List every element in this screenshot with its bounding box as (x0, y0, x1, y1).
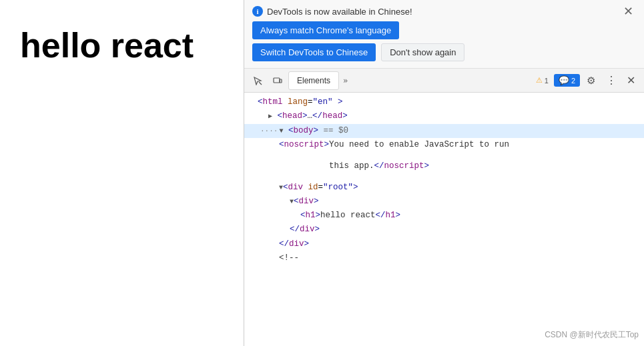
dom-div-inner-line: ▼<div> (244, 195, 644, 209)
chat-badge[interactable]: 💬 2 (554, 74, 580, 87)
banner-buttons: Always match Chrome's language (252, 21, 636, 39)
dom-noscript-line: <noscript>You need to enable JavaScript … (244, 138, 644, 152)
dom-noscript-end-line: this app.</noscript> (244, 152, 644, 181)
svg-rect-2 (280, 79, 282, 83)
info-icon: i (252, 6, 263, 17)
banner-close-button[interactable]: ✕ (621, 5, 636, 17)
lang-banner: i DevTools is now available in Chinese! … (244, 0, 644, 69)
dom-div-root-line: ▼<div id="root"> (244, 181, 644, 195)
device-icon-button[interactable] (268, 71, 287, 90)
dom-body-line: ···· ▼ <body> == $0 (244, 124, 644, 138)
gear-icon: ⚙ (587, 75, 595, 87)
device-icon (273, 76, 282, 85)
more-button[interactable]: ⋮ (601, 71, 620, 90)
settings-button[interactable]: ⚙ (581, 71, 600, 90)
tab-elements[interactable]: Elements (288, 71, 339, 90)
dom-html-line: <html lang="en" > (244, 95, 644, 109)
dont-show-again-button[interactable]: Don't show again (381, 43, 464, 61)
close-icon: ✕ (627, 74, 635, 87)
page-heading: hello react (20, 27, 194, 65)
dom-comment-line: <!-- (244, 251, 644, 265)
close-devtools-button[interactable]: ✕ (621, 71, 640, 90)
chat-count: 2 (571, 77, 575, 85)
more-tabs-chevron[interactable]: » (340, 76, 350, 85)
dom-h1-line: <h1>hello react</h1> (244, 209, 644, 223)
devtools-toolbar: Elements » ⚠ 1 💬 2 ⚙ ⋮ ✕ (244, 69, 644, 93)
dom-head-line: ▶ <head>…</head> (244, 109, 644, 123)
switch-devtools-button[interactable]: Switch DevTools to Chinese (252, 43, 376, 61)
banner-buttons-row2: Switch DevTools to Chinese Don't show ag… (252, 43, 636, 61)
svg-line-0 (259, 82, 262, 85)
banner-title-row: i DevTools is now available in Chinese! … (252, 5, 636, 17)
chat-icon: 💬 (559, 75, 569, 85)
warning-icon: ⚠ (536, 76, 543, 85)
dots-icon: ⋮ (606, 74, 616, 87)
cursor-icon (253, 76, 262, 85)
dom-content: <html lang="en" > ▶ <head>…</head> ···· … (244, 93, 644, 346)
svg-rect-1 (274, 78, 280, 83)
page-area: hello react (0, 0, 244, 346)
warning-badge[interactable]: ⚠ 1 (532, 75, 553, 86)
watermark: CSDN @新时代农民工Top (545, 329, 639, 341)
cursor-icon-button[interactable] (248, 71, 267, 90)
warning-count: 1 (545, 77, 549, 85)
always-match-button[interactable]: Always match Chrome's language (252, 21, 399, 39)
dom-div-close-root: </div> (244, 237, 644, 251)
banner-title-text: DevTools is now available in Chinese! (267, 7, 412, 17)
devtools-panel: i DevTools is now available in Chinese! … (244, 0, 644, 346)
banner-title: i DevTools is now available in Chinese! (252, 6, 412, 17)
dom-div-close-inner: </div> (244, 223, 644, 237)
